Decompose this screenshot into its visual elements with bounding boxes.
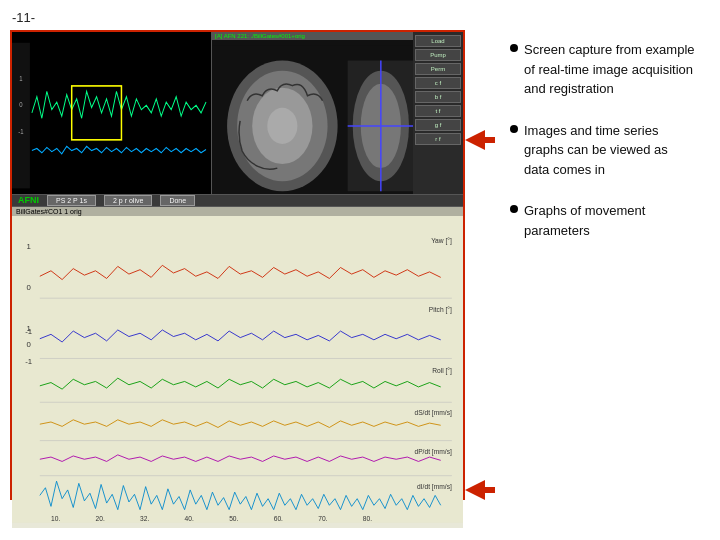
svg-marker-43: [465, 130, 495, 150]
cf-btn[interactable]: c f: [415, 77, 461, 89]
svg-text:Yaw [°]: Yaw [°]: [431, 237, 452, 245]
bullet-text-1: Screen capture from example of real-time…: [524, 40, 695, 99]
gf-btn[interactable]: g f: [415, 119, 461, 131]
svg-point-10: [267, 108, 297, 144]
arrow1-icon: [465, 130, 495, 150]
svg-text:10.: 10.: [51, 514, 60, 521]
afni-left-window: [A] AFNI 2.21: ./BillGates#001+orig 1 0 …: [12, 32, 212, 194]
svg-text:Pitch [°]: Pitch [°]: [429, 306, 452, 314]
main-content: [A] AFNI 2.21: ./BillGates#001+orig 1 0 …: [10, 30, 710, 500]
bullet-item-3: Graphs of movement parameters: [510, 201, 695, 240]
svg-text:70.: 70.: [318, 514, 327, 521]
bullet-text-2: Images and time series graphs can be vie…: [524, 121, 695, 180]
bullet-text-3: Graphs of movement parameters: [524, 201, 695, 240]
svg-text:-1: -1: [25, 357, 32, 366]
svg-text:32.: 32.: [140, 514, 149, 521]
arrow1-container: [465, 130, 495, 150]
afni-mid-controls: AFNI PS 2 P 1s 2 p r olive Done: [12, 194, 463, 207]
afni-graph-section: BillGates#CO1 1 orig 1 0 -1 Yaw [°] 1 0 …: [12, 207, 463, 528]
pump-btn[interactable]: Pump: [415, 49, 461, 61]
afni-right-title: [A] AFN 221: ./BillGates#001+orig: [212, 32, 413, 40]
svg-text:1: 1: [27, 324, 31, 333]
svg-text:0: 0: [27, 283, 31, 292]
load-btn[interactable]: Load: [415, 35, 461, 47]
svg-text:20.: 20.: [96, 514, 105, 521]
svg-text:1: 1: [27, 242, 31, 251]
arrows-container: [465, 130, 495, 500]
svg-text:50.: 50.: [229, 514, 238, 521]
svg-text:-1: -1: [18, 128, 24, 135]
tf-btn[interactable]: t f: [415, 105, 461, 117]
bullet-dot-2: [510, 125, 518, 133]
afni-label: AFNI: [18, 195, 39, 205]
bullet-item-1: Screen capture from example of real-time…: [510, 40, 695, 99]
svg-text:1: 1: [19, 74, 23, 81]
text-panel: Screen capture from example of real-time…: [495, 30, 710, 500]
ps-btn[interactable]: PS 2 P 1s: [47, 195, 96, 206]
svg-text:80.: 80.: [363, 514, 372, 521]
done-btn[interactable]: Done: [160, 195, 195, 206]
graph-header: BillGates#CO1 1 orig: [12, 207, 463, 216]
svg-rect-16: [12, 216, 463, 523]
afni-screenshot: [A] AFNI 2.21: ./BillGates#001+orig 1 0 …: [10, 30, 465, 500]
svg-text:Roll [°]: Roll [°]: [432, 366, 452, 374]
arrow2-icon: [465, 480, 495, 500]
2p-btn[interactable]: 2 p r olive: [104, 195, 152, 206]
slide-number: -11-: [12, 10, 35, 25]
bullet-dot-1: [510, 44, 518, 52]
svg-text:0: 0: [27, 340, 31, 349]
perm-btn[interactable]: Perm: [415, 63, 461, 75]
rf-btn[interactable]: r f: [415, 133, 461, 145]
svg-text:dP/dt [mm/s]: dP/dt [mm/s]: [414, 448, 452, 456]
svg-text:dS/dt [mm/s]: dS/dt [mm/s]: [414, 409, 452, 417]
afni-side-panel: Load Pump Perm c f b f t f g f r f: [413, 32, 463, 194]
svg-text:60.: 60.: [274, 514, 283, 521]
bf-btn[interactable]: b f: [415, 91, 461, 103]
arrow2-container: [465, 480, 495, 500]
bullet-dot-3: [510, 205, 518, 213]
svg-text:dI/dt [mm/s]: dI/dt [mm/s]: [417, 483, 452, 491]
svg-rect-0: [12, 32, 211, 194]
svg-text:0: 0: [19, 101, 23, 108]
svg-text:40.: 40.: [185, 514, 194, 521]
svg-rect-1: [12, 43, 30, 189]
svg-marker-44: [465, 480, 495, 500]
afni-right-window: [A] AFN 221: ./BillGates#001+orig: [212, 32, 413, 194]
afni-top-row: [A] AFNI 2.21: ./BillGates#001+orig 1 0 …: [12, 32, 463, 194]
bullet-item-2: Images and time series graphs can be vie…: [510, 121, 695, 180]
